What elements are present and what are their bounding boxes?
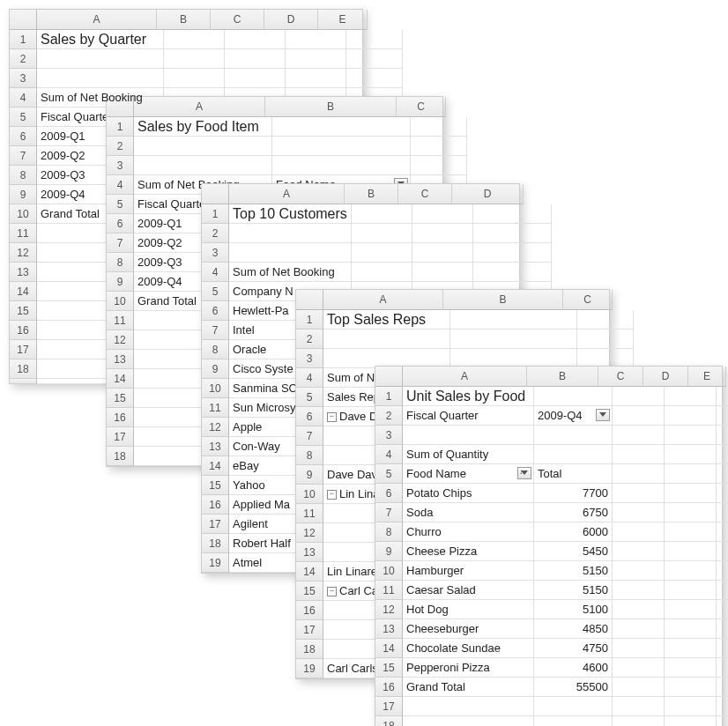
row-header[interactable]: 15 [375,658,403,678]
cell[interactable] [412,224,473,243]
row-header[interactable]: 4 [202,263,229,282]
row-header[interactable]: 17 [296,620,323,640]
cell[interactable] [352,224,412,243]
cell[interactable] [473,263,552,282]
cell[interactable] [403,697,534,716]
select-all-corner[interactable] [375,367,403,387]
select-all-corner[interactable] [202,184,229,204]
row-header[interactable]: 12 [107,330,134,350]
row-header[interactable]: 15 [10,301,37,321]
row-header[interactable]: 13 [202,437,229,456]
cell[interactable] [286,69,346,88]
row-header[interactable]: 15 [107,389,134,408]
cell[interactable] [613,697,665,716]
cell[interactable] [665,484,717,503]
cell[interactable]: Top Sales Reps [323,310,450,330]
cell[interactable] [717,387,728,406]
row-header[interactable]: 4 [296,368,323,388]
cell[interactable] [352,204,412,224]
cell[interactable] [717,658,728,678]
row-header[interactable]: 9 [296,465,323,485]
cell[interactable] [613,678,665,697]
cell[interactable]: 5150 [534,581,613,600]
row-header[interactable]: 7 [107,233,134,253]
filter-dropdown-icon[interactable] [596,409,610,421]
cell[interactable] [665,600,717,619]
row-header[interactable]: 1 [296,310,323,330]
cell[interactable] [412,204,473,224]
col-header[interactable]: A [403,367,527,387]
cell[interactable] [665,639,717,658]
cell[interactable] [403,716,534,726]
cell[interactable] [534,697,613,716]
cell[interactable] [346,49,403,69]
row-header[interactable]: 1 [375,387,403,406]
cell[interactable]: 6000 [534,522,613,542]
row-header[interactable]: 12 [202,418,229,437]
cell[interactable]: 2009-Q4 [534,406,613,426]
row-header[interactable]: 2 [10,49,37,69]
cell[interactable] [665,561,717,581]
row-header[interactable]: 11 [107,311,134,330]
row-header[interactable]: 4 [10,88,37,107]
cell[interactable] [717,484,728,503]
cell[interactable]: Cheeseburger [403,619,534,639]
row-header[interactable]: 6 [202,301,229,321]
cell[interactable] [164,30,225,49]
row-header[interactable]: 11 [10,224,37,243]
row-header[interactable]: 4 [107,175,134,195]
cell[interactable]: Hot Dog [403,600,534,619]
row-header[interactable]: 4 [375,445,403,464]
cell[interactable] [613,600,665,619]
cell[interactable] [164,49,225,69]
collapse-icon[interactable]: − [327,490,337,500]
cell[interactable] [534,426,613,445]
row-header[interactable]: 8 [107,253,134,272]
cell[interactable] [613,619,665,639]
cell[interactable] [346,30,403,49]
cell[interactable] [613,658,665,678]
select-all-corner[interactable] [296,290,323,310]
row-header[interactable]: 3 [375,426,403,445]
row-header[interactable]: 7 [202,321,229,340]
cell[interactable] [450,330,577,349]
cell[interactable]: Potato Chips [403,484,534,503]
cell[interactable] [665,426,717,445]
row-header[interactable]: 3 [10,69,37,88]
cell[interactable] [665,387,717,406]
cell[interactable] [352,243,412,263]
col-header[interactable]: E [318,10,368,30]
row-header[interactable]: 17 [202,515,229,534]
row-header[interactable]: 16 [375,678,403,697]
cell[interactable] [229,224,352,243]
row-header[interactable]: 10 [296,485,323,504]
cell[interactable] [717,581,728,600]
row-header[interactable]: 13 [107,350,134,369]
cell[interactable] [665,464,717,484]
row-header[interactable]: 16 [296,601,323,620]
row-header[interactable]: 7 [375,503,403,522]
col-header[interactable]: C [598,367,643,387]
col-header[interactable]: B [527,367,598,387]
row-header[interactable]: 18 [10,359,37,379]
cell[interactable] [534,445,613,464]
cell[interactable]: Sum of Net Booking [229,263,352,282]
row-header[interactable]: 3 [296,349,323,368]
row-header[interactable]: 12 [296,523,323,543]
cell[interactable]: Unit Sales by Food [403,387,534,406]
row-header[interactable]: 7 [10,146,37,166]
cell[interactable]: 5450 [534,542,613,561]
cell[interactable]: Hamburger [403,561,534,581]
cell[interactable] [613,581,665,600]
row-header[interactable]: 11 [202,398,229,418]
cell[interactable] [286,30,346,49]
cell[interactable] [534,716,613,726]
row-header[interactable]: 13 [296,543,323,562]
row-header[interactable]: 5 [10,107,37,127]
cell[interactable]: 5100 [534,600,613,619]
row-header[interactable]: 10 [107,292,134,311]
col-header[interactable]: A [134,97,265,117]
cell[interactable] [411,156,467,175]
cell[interactable] [403,426,534,445]
col-header[interactable]: B [265,97,397,117]
